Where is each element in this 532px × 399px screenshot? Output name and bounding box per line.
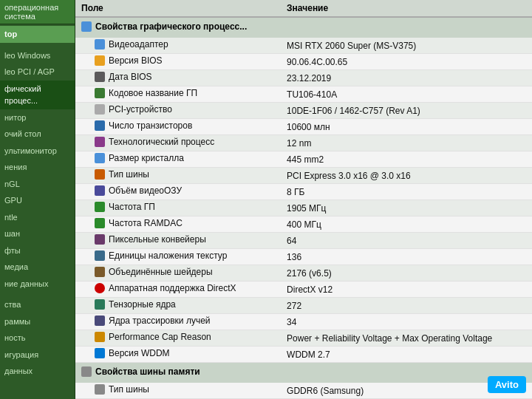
sidebar-item-20[interactable]: данных [0, 363, 75, 380]
field-label: Версия BIOS [109, 55, 163, 66]
field-cell: Объединённые шейдеры [75, 265, 281, 282]
freq-icon [95, 218, 105, 228]
value-cell: 90.06.4C.00.65 [281, 54, 532, 70]
value-cell: MSI RTX 2060 Super (MS-V375) [281, 38, 532, 54]
table-row: Тип шины PCI Express 3.0 x16 @ 3.0 x16 [75, 168, 532, 184]
crystal-icon [95, 153, 105, 163]
sidebar-item-2[interactable]: leo PCI / AGP [0, 64, 75, 81]
field-cell: Пиксельные конвейеры [75, 233, 281, 249]
field-label: Версия WDDM [109, 348, 170, 358]
directx-icon [95, 283, 105, 293]
field-cell: Аппаратная поддержка DirectX [75, 282, 281, 298]
sidebar-item-14[interactable]: ние данных [0, 276, 75, 293]
field-label: Технологический процесс [109, 137, 214, 147]
pci-icon [95, 104, 105, 115]
ray-icon [95, 316, 105, 326]
table-row: Ядра трассировки лучей 34 [75, 314, 532, 330]
shader-icon [95, 267, 105, 277]
value-cell: 272 [281, 298, 532, 314]
field-cell: Ядра трассировки лучей [75, 314, 281, 330]
field-label: Частота ГП [109, 202, 155, 212]
sidebar-item-7[interactable]: нения [0, 159, 75, 176]
sidebar-item-4[interactable]: нитор [0, 109, 75, 126]
value-cell: 34 [281, 314, 532, 330]
sub-icon [95, 384, 105, 395]
field-label: Пиксельные конвейеры [109, 234, 206, 245]
date-icon [95, 72, 105, 82]
sidebar-item-12[interactable]: фты [0, 242, 75, 259]
field-cell: Технологический процесс [75, 135, 281, 151]
field-cell: Частота ГП [75, 200, 281, 216]
field-label: Ядра трассировки лучей [109, 316, 211, 326]
sidebar-item-11[interactable]: шан [0, 225, 75, 242]
sidebar-item-top[interactable]: top [0, 26, 75, 43]
table-row: Тип шины GDDR6 (Samsung) [75, 383, 532, 399]
pixel-icon [95, 234, 105, 245]
value-cell: 2176 (v6.5) [281, 265, 532, 282]
field-label: Кодовое название ГП [109, 88, 197, 98]
freq-icon [95, 202, 105, 212]
sidebar-item-8[interactable]: nGL [0, 176, 75, 193]
value-cell: 400 МГц [281, 216, 532, 233]
field-cell: Версия BIOS [75, 54, 281, 70]
value-cell: 23.12.2019 [281, 70, 532, 86]
group2-header: Свойства шины памяти [75, 363, 532, 383]
wddm-icon [95, 348, 105, 358]
main-content: Поле Значение Свойства графического проц… [75, 0, 532, 399]
sidebar-item-1[interactable]: leo Windows [0, 47, 75, 64]
sidebar-item-3[interactable]: фический процес... [0, 81, 75, 109]
sidebar-item-16[interactable]: ства [0, 296, 75, 313]
table-row: Аппаратная поддержка DirectX DirectX v12 [75, 282, 532, 298]
process-icon [95, 137, 105, 147]
avito-badge: Avito [488, 376, 526, 393]
value-cell: 10600 млн [281, 119, 532, 135]
sidebar-item-9[interactable]: GPU [0, 192, 75, 209]
table-row: Размер кристалла 445 mm2 [75, 151, 532, 168]
sidebar-item-10[interactable]: ntle [0, 209, 75, 226]
field-label: Частота RAMDAC [109, 218, 183, 228]
gpu-icon [95, 39, 105, 50]
table-row: Объём видеоОЗУ 8 ГБ [75, 184, 532, 200]
texture-icon [95, 250, 105, 261]
field-label: Performance Cap Reason [109, 332, 211, 342]
field-cell: Число транзисторов [75, 119, 281, 135]
sidebar-item-5[interactable]: очий стол [0, 126, 75, 143]
tensor-icon [95, 299, 105, 310]
bus-icon [95, 169, 105, 180]
sidebar-item-13[interactable]: медиа [0, 259, 75, 276]
table-row: Технологический процесс 12 nm [75, 135, 532, 151]
value-cell: 445 mm2 [281, 151, 532, 168]
field-cell: Performance Cap Reason [75, 330, 281, 347]
sidebar-item-17[interactable]: раммы [0, 313, 75, 330]
field-label: Аппаратная поддержка DirectX [109, 283, 236, 293]
field-cell: PCI-устройство [75, 103, 281, 119]
field-label: Единицы наложения текстур [109, 250, 227, 261]
field-label: Тип шины [109, 384, 149, 395]
table-area[interactable]: Поле Значение Свойства графического проц… [75, 0, 532, 399]
field-cell: Дата BIOS [75, 70, 281, 86]
value-cell: 10DE-1F06 / 1462-C757 (Rev A1) [281, 103, 532, 119]
sidebar: операционная система top leo Windows leo… [0, 0, 75, 399]
field-cell: Кодовое название ГП [75, 86, 281, 103]
sidebar-item-19[interactable]: игурация [0, 347, 75, 364]
value-cell: Power + Reliability Voltage + Max Operat… [281, 330, 532, 347]
value-cell: 12 nm [281, 135, 532, 151]
properties-table: Поле Значение Свойства графического проц… [75, 0, 532, 399]
col-field: Поле [75, 0, 281, 17]
table-row: Пиксельные конвейеры 64 [75, 233, 532, 249]
field-label: Размер кристалла [109, 153, 184, 163]
table-row: Число транзисторов 10600 млн [75, 119, 532, 135]
sidebar-item-18[interactable]: ность [0, 330, 75, 347]
col-value: Значение [281, 0, 532, 17]
value-cell: TU106-410A [281, 86, 532, 103]
value-cell: 64 [281, 233, 532, 249]
value-cell: WDDM 2.7 [281, 347, 532, 363]
field-cell: Тензорные ядра [75, 298, 281, 314]
sidebar-item-6[interactable]: ультимонитор [0, 143, 75, 160]
field-label: Дата BIOS [109, 72, 152, 82]
table-row: Дата BIOS 23.12.2019 [75, 70, 532, 86]
field-cell: Объём видеоОЗУ [75, 184, 281, 200]
table-row: Частота RAMDAC 400 МГц [75, 216, 532, 233]
table-row: Частота ГП 1905 МГц [75, 200, 532, 216]
code-icon [95, 88, 105, 98]
